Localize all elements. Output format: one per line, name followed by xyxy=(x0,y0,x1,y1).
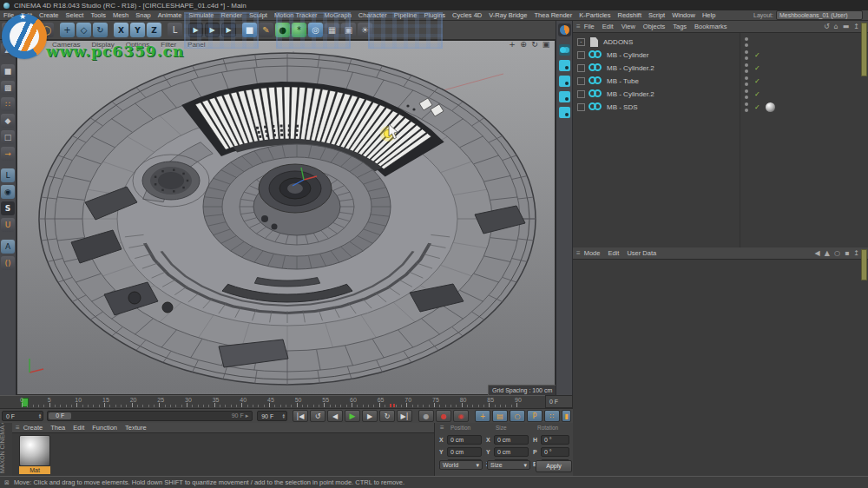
vp-zoom-icon[interactable]: ⊕ xyxy=(519,40,528,49)
material-tag-icon[interactable] xyxy=(766,102,775,112)
menu-item-help[interactable]: Help xyxy=(699,11,719,19)
position-field[interactable]: 0 cm xyxy=(447,435,482,445)
object-row[interactable]: MB - Cylinder✓ xyxy=(573,49,868,62)
viewport-solo-icon[interactable]: ◉ xyxy=(1,185,15,199)
object-row[interactable]: MB - Tube✓ xyxy=(573,75,868,88)
keyframe-selection-toggle[interactable]: ▮ xyxy=(562,410,571,422)
magnet-icon[interactable]: U xyxy=(1,218,15,232)
key-scale-toggle[interactable]: ▤ xyxy=(492,410,508,422)
panel-grip-icon[interactable]: ≡ xyxy=(573,23,584,30)
edges-mode-icon[interactable]: ◆ xyxy=(1,114,15,128)
om-menu-tags[interactable]: Tags xyxy=(673,23,687,30)
om-menu-edit[interactable]: Edit xyxy=(602,23,614,30)
material-manager[interactable]: Mat xyxy=(12,433,434,476)
search-icon[interactable]: ○ xyxy=(834,249,840,257)
goto-start-button[interactable]: |◀ xyxy=(293,410,308,422)
material-thumbnail[interactable] xyxy=(19,435,50,466)
vp-move-icon[interactable]: + xyxy=(508,40,516,49)
expand-toggle-icon[interactable] xyxy=(577,77,585,85)
mode-dropdown[interactable]: Size▾ xyxy=(487,460,530,470)
modeling-settings-icon[interactable]: () xyxy=(1,256,15,270)
key-pla-toggle[interactable]: ∷ xyxy=(544,410,560,422)
z-axis-lock-icon[interactable]: Z xyxy=(147,23,161,37)
menu-item-animate[interactable]: Animate xyxy=(155,11,186,19)
object-label[interactable]: MB - Cylinder xyxy=(607,51,648,59)
x-axis-lock-icon[interactable]: X xyxy=(114,23,128,37)
om-menu-objects[interactable]: Objects xyxy=(643,23,665,30)
fold-panel-icon[interactable]: ↥ xyxy=(853,249,859,257)
record-keyframe-button[interactable]: ● xyxy=(436,410,451,422)
object-manager[interactable]: -ADDONSMB - Cylinder✓MB - Cylinder.2✓MB … xyxy=(573,33,868,247)
object-row[interactable]: MB - Cylinder.2✓ xyxy=(573,62,868,75)
workplane-icon[interactable]: L xyxy=(1,168,15,182)
visibility-dots-icon[interactable] xyxy=(745,89,748,99)
snap-icon[interactable]: S xyxy=(1,201,15,215)
display-filter-icon[interactable] xyxy=(559,44,570,56)
texture-mode-icon[interactable]: ▩ xyxy=(1,81,15,95)
attribute-manager[interactable] xyxy=(573,260,868,476)
am-menu-user-data[interactable]: User Data xyxy=(627,249,656,257)
scroll-to-active-icon[interactable]: ↺ xyxy=(824,23,830,30)
loop-preview-button[interactable]: ↺ xyxy=(310,410,326,422)
object-label[interactable]: MB - SDS xyxy=(607,103,638,111)
minimize-icon[interactable]: ▬ xyxy=(843,23,850,30)
stepper-icon[interactable]: ▴▾ xyxy=(282,413,285,419)
menu-item-thea-render[interactable]: Thea Render xyxy=(530,11,575,19)
material-menu-create[interactable]: Create xyxy=(23,424,43,432)
space-dropdown[interactable]: World▾ xyxy=(439,460,483,470)
enabled-check-icon[interactable]: ✓ xyxy=(754,103,760,111)
size-header[interactable]: Size xyxy=(496,425,507,431)
cycle-mode-button[interactable]: ↻ xyxy=(379,410,395,422)
enabled-check-icon[interactable]: ✓ xyxy=(754,51,760,59)
record-scrub-button[interactable]: ● xyxy=(418,410,434,422)
next-frame-button[interactable]: ▶ xyxy=(362,410,378,422)
move-tool-icon[interactable]: + xyxy=(60,23,75,37)
key-position-toggle[interactable]: + xyxy=(475,410,490,422)
object-label[interactable]: MB - Cylinder.2 xyxy=(607,90,654,98)
menu-item-snap[interactable]: Snap xyxy=(132,11,155,19)
timeline-ruler[interactable]: 051015202530354045505560657075808590 xyxy=(0,395,545,408)
menu-item-script[interactable]: Script xyxy=(645,11,668,19)
menu-item-tools[interactable]: Tools xyxy=(87,11,109,19)
side-tab-bottom[interactable] xyxy=(861,249,867,280)
lock-icon[interactable]: ▪ xyxy=(845,249,849,257)
fold-panel-icon[interactable]: ↥ xyxy=(853,23,859,30)
stepper-icon[interactable]: ▴▾ xyxy=(39,413,42,419)
expand-toggle-icon[interactable] xyxy=(577,103,585,111)
am-menu-edit[interactable]: Edit xyxy=(608,249,619,257)
rotate-tool-icon[interactable]: ↻ xyxy=(93,23,108,37)
layer-page-icon-3[interactable] xyxy=(559,91,570,102)
position-header[interactable]: Position xyxy=(450,425,470,431)
enabled-check-icon[interactable]: ✓ xyxy=(754,77,760,85)
size-field[interactable]: 0 cm xyxy=(494,435,529,445)
goto-end-button[interactable]: ▶| xyxy=(397,410,412,422)
side-tab-top[interactable] xyxy=(861,23,867,76)
slider-grip[interactable]: 0 F xyxy=(49,412,71,419)
rotation-header[interactable]: Rotation xyxy=(537,425,558,431)
model-mode-icon[interactable]: ■ xyxy=(1,64,15,78)
key-parameter-toggle[interactable]: P xyxy=(527,410,542,422)
material-menu-edit[interactable]: Edit xyxy=(73,424,84,432)
object-label[interactable]: MB - Cylinder.2 xyxy=(607,64,654,72)
visibility-dots-icon[interactable] xyxy=(745,63,748,73)
viewport[interactable] xyxy=(16,40,556,395)
om-menu-bookmarks[interactable]: Bookmarks xyxy=(694,23,727,30)
menu-item-select[interactable]: Select xyxy=(62,11,88,19)
polygons-mode-icon[interactable]: □ xyxy=(1,130,15,144)
menu-item-cycles-4d[interactable]: Cycles 4D xyxy=(449,11,485,19)
back-icon[interactable]: ◀ xyxy=(815,249,820,257)
om-menu-file[interactable]: File xyxy=(584,23,595,30)
expand-toggle-icon[interactable]: - xyxy=(577,38,585,46)
om-menu-view[interactable]: View xyxy=(621,23,635,30)
menu-item-create[interactable]: Create xyxy=(36,11,62,19)
layer-page-icon-2[interactable] xyxy=(559,76,570,87)
expand-toggle-icon[interactable] xyxy=(577,51,585,59)
am-menu-mode[interactable]: Mode xyxy=(584,249,601,257)
modeling-axis-icon[interactable]: A xyxy=(1,240,15,254)
layout-dropdown[interactable]: Meshbooleans_01 (User) xyxy=(776,10,863,20)
menu-item-window[interactable]: Window xyxy=(668,11,699,19)
layer-page-icon-4[interactable] xyxy=(559,107,570,118)
apply-button[interactable]: Apply xyxy=(536,460,572,472)
autokey-button[interactable]: ◉ xyxy=(453,410,469,422)
material-name[interactable]: Mat xyxy=(19,466,50,474)
